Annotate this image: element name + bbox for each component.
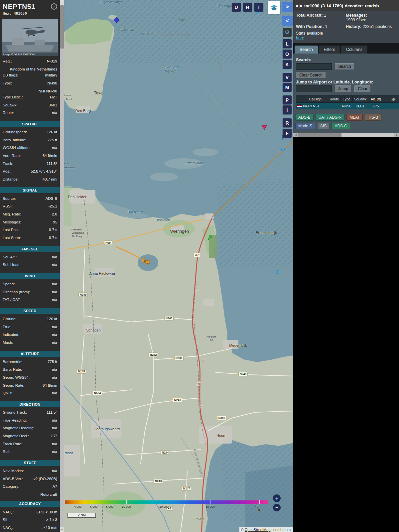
data-value: 40.7 nmi [21, 177, 57, 183]
aircraft-icon[interactable] [141, 256, 152, 267]
source-filter-button[interactable]: Mode-S [295, 123, 315, 129]
map-option-button[interactable]: V [283, 73, 292, 82]
type-cell: NH90 [341, 103, 353, 110]
data-value: n/a [23, 297, 57, 304]
map[interactable]: Engelschmangat Waardgronden Hengst Robbe… [64, 0, 293, 532]
source-filter-button[interactable]: UAT / ADS-R [316, 114, 345, 121]
data-value: 64 ft/min [23, 153, 57, 160]
data-row: True: n/a [0, 324, 60, 332]
aircraft-table-row[interactable]: NEPTN51 NH90 3601 775 [296, 103, 399, 110]
data-label: Indicated: [3, 332, 19, 338]
data-label: Nav. Modes: [3, 468, 24, 475]
callsign-cell[interactable]: NEPTN51 [303, 103, 328, 110]
decoder-label: decoder: [345, 3, 363, 8]
data-row: Sel. Alt.: n/a [0, 254, 60, 262]
column-header[interactable]: Alt. (ft) [368, 96, 384, 103]
jump-clear-button[interactable]: Clear [354, 85, 371, 92]
column-header[interactable]: Route [328, 96, 341, 103]
data-label: Baro. Rate: [3, 367, 22, 373]
zoom-out-button[interactable]: − [273, 504, 281, 511]
panel-tab[interactable]: Columns [341, 46, 367, 54]
column-header[interactable]: Callsign [303, 96, 328, 103]
scrollbar-thumb[interactable] [298, 133, 341, 137]
scrollbar-thumb[interactable] [60, 5, 64, 49]
column-header[interactable]: Squawk [353, 96, 368, 103]
aircraft-callsign-title: NEPTN51 [3, 3, 57, 11]
column-header[interactable]: Type [341, 96, 353, 103]
map-toggle-button[interactable]: T [254, 3, 263, 12]
collapse-sidebar-button[interactable]: < [282, 16, 293, 26]
column-header[interactable] [296, 96, 303, 103]
data-value: ≥ 10 m/s [16, 525, 57, 532]
readsb-link[interactable]: readsb [365, 3, 379, 8]
jump-input[interactable] [296, 85, 332, 92]
info-value: NH90 [14, 81, 57, 87]
map-option-button[interactable]: P [283, 95, 292, 104]
panel-horizontal-scrollbar[interactable]: ◀ ▶ [293, 133, 399, 137]
source-filter-button[interactable]: ADS-C [332, 123, 350, 129]
data-value: 775 ft [24, 359, 57, 366]
sidebar-section: STUFF Nav. Modes: n/a ADS-B Ver.: v2 (DO… [0, 460, 60, 497]
panel-tab[interactable]: Search [295, 46, 318, 54]
data-value: n/a [32, 290, 57, 296]
info-label: Reg.: [3, 59, 12, 65]
data-value: n/a [32, 375, 57, 381]
source-filter-button[interactable]: ADS-B [295, 114, 314, 121]
map-option-button[interactable]: F [283, 129, 292, 138]
section-header: DIRECTION [0, 401, 60, 407]
data-row: Sel. Head.: n/a [0, 262, 60, 270]
data-row: QNH: n/a [0, 390, 60, 398]
data-label: Ground: [3, 317, 17, 323]
scroll-down-icon[interactable]: ▼ [60, 527, 64, 532]
map-option-button[interactable]: K [283, 60, 292, 69]
gear-icon[interactable]: ⚙ [283, 28, 292, 37]
map-scale: 2 NM [67, 513, 96, 518]
layers-icon[interactable] [268, 1, 280, 14]
data-row: Geom. WGS84: n/a [0, 374, 60, 382]
data-row: NACP: EPU < 30 m [0, 509, 60, 517]
source-filter-button[interactable]: AIS [317, 123, 330, 129]
map-option-button[interactable]: L [283, 39, 292, 48]
info-row: Route: n/a [0, 110, 60, 118]
clear-search-button[interactable]: Clear Search [296, 72, 326, 78]
data-label: True Heading: [3, 418, 27, 424]
expand-panel-button[interactable]: > [282, 2, 293, 12]
map-toggle-button[interactable]: U [232, 3, 241, 12]
stats-link[interactable]: here [296, 36, 346, 40]
data-row: SIL: > 1e-3 [0, 517, 60, 525]
data-value: 126 kt [19, 317, 57, 323]
next-aircraft-button[interactable]: ▶ [300, 4, 302, 8]
info-value: Kingdom of the Netherlands [5, 67, 57, 71]
zoom-in-button[interactable]: + [273, 494, 281, 502]
tar1090-link[interactable]: tar1090 [304, 3, 320, 8]
close-icon[interactable]: × [51, 3, 57, 10]
map-option-button[interactable]: O [283, 50, 292, 59]
panel-tab[interactable]: Filters [319, 46, 340, 54]
data-row: NACV: ≥ 10 m/s [0, 525, 60, 532]
openstreetmap-link[interactable]: OpenStreetMap [245, 528, 271, 532]
sidebar-scrollbar[interactable]: ▲ ▼ [60, 0, 64, 532]
data-row: Pos.: 52.876°, 4.918° [0, 168, 60, 176]
source-filter-button[interactable]: TIS-B [365, 114, 381, 121]
search-button[interactable]: Search [335, 63, 354, 70]
data-value: n/a [19, 255, 57, 261]
jump-button[interactable]: Jump [335, 85, 351, 92]
aircraft-photo[interactable]: Image © DP MT AVIATION [2, 19, 58, 56]
data-label: Barometric: [3, 359, 22, 366]
data-label: Magnetic Heading: [3, 426, 35, 432]
map-option-button[interactable]: R [283, 118, 292, 127]
data-label: Geom. WGS84: [3, 375, 30, 381]
map-option-button[interactable]: I [283, 105, 292, 114]
source-filter-button[interactable]: MLAT [346, 114, 363, 121]
jump-label: Jump to Airport or Latitude, Longitude: [296, 80, 396, 84]
data-row: Track: 111.5° [0, 160, 60, 168]
column-header[interactable]: Sp [384, 96, 399, 103]
prev-aircraft-button[interactable]: ◀ [295, 4, 298, 8]
data-value: n/a [15, 340, 57, 346]
map-option-button[interactable]: M [283, 83, 292, 92]
scroll-right-icon[interactable]: ▶ [394, 133, 399, 137]
scroll-up-icon[interactable]: ▲ [60, 0, 64, 5]
scroll-left-icon[interactable]: ◀ [293, 133, 298, 137]
map-toggle-button[interactable]: H [243, 3, 252, 12]
search-input[interactable] [296, 63, 332, 70]
